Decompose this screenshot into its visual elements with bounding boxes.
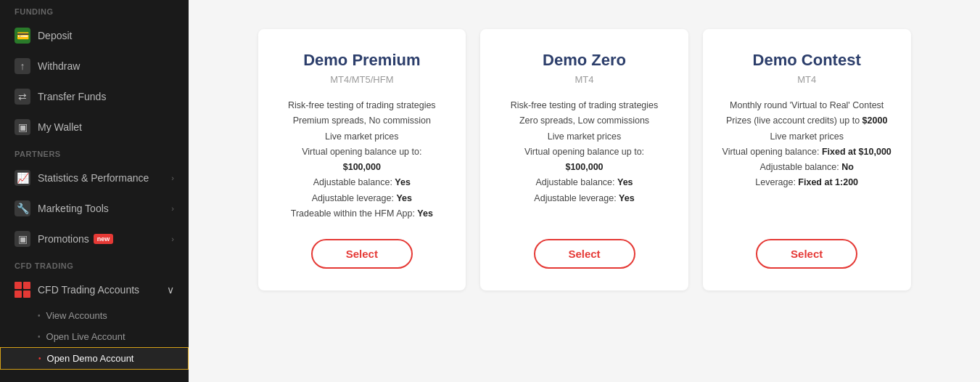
sidebar-item-statistics[interactable]: 📈 Statistics & Performance ›: [0, 163, 189, 193]
transfer-label: Transfer Funds: [38, 91, 106, 102]
sidebar-item-marketing[interactable]: 🔧 Marketing Tools ›: [0, 193, 189, 224]
statistics-icon: 📈: [15, 170, 30, 186]
promotions-badge: new: [94, 234, 114, 244]
marketing-label: Marketing Tools: [38, 203, 109, 214]
statistics-label: Statistics & Performance: [38, 172, 149, 184]
card-features-demo-contest: Monthly round 'Virtual to Real' Contest …: [722, 98, 892, 222]
statistics-chevron: ›: [171, 174, 174, 182]
marketing-chevron: ›: [171, 204, 174, 213]
card-features-demo-premium: Risk-free testing of trading strategies …: [288, 98, 436, 222]
sidebar-item-deposit[interactable]: 💳 Deposit: [0, 20, 189, 51]
promotions-icon: ▣: [15, 231, 30, 247]
open-demo-label: Open Demo Account: [47, 353, 134, 364]
cfd-chevron: ∨: [167, 284, 174, 296]
grid-icon: [15, 282, 30, 298]
card-title-demo-premium: Demo Premium: [303, 51, 420, 70]
card-demo-contest: Demo Contest MT4 Monthly round 'Virtual …: [703, 29, 911, 290]
withdraw-label: Withdraw: [38, 60, 80, 72]
deposit-icon: 💳: [15, 28, 30, 44]
sidebar-item-promotions[interactable]: ▣ Promotions new ›: [0, 224, 189, 254]
sidebar: FUNDING 💳 Deposit ↑ Withdraw ⇄ Transfer …: [0, 0, 189, 382]
promotions-label: Promotions: [38, 233, 89, 245]
open-live-label: Open Live Account: [46, 331, 125, 342]
card-platform-demo-premium: MT4/MT5/HFM: [330, 74, 393, 85]
sidebar-item-transfer[interactable]: ⇄ Transfer Funds: [0, 81, 189, 112]
sidebar-sub-open-live[interactable]: Open Live Account: [0, 326, 189, 347]
funding-label: FUNDING: [0, 0, 189, 20]
wallet-icon: ▣: [15, 119, 30, 135]
card-demo-premium: Demo Premium MT4/MT5/HFM Risk-free testi…: [258, 29, 466, 290]
sidebar-item-wallet[interactable]: ▣ My Wallet: [0, 112, 189, 142]
wallet-label: My Wallet: [38, 121, 82, 133]
main-content: Demo Premium MT4/MT5/HFM Risk-free testi…: [189, 0, 980, 382]
cards-container: Demo Premium MT4/MT5/HFM Risk-free testi…: [258, 29, 911, 290]
withdraw-icon: ↑: [15, 58, 30, 74]
cfd-label: CFD TRADING: [0, 254, 189, 275]
card-platform-demo-zero: MT4: [575, 74, 594, 85]
deposit-label: Deposit: [38, 30, 72, 41]
transfer-icon: ⇄: [15, 89, 30, 105]
partners-label: PARTNERS: [0, 142, 189, 163]
view-accounts-label: View Accounts: [46, 310, 107, 321]
sidebar-item-withdraw[interactable]: ↑ Withdraw: [0, 51, 189, 81]
card-platform-demo-contest: MT4: [797, 74, 816, 85]
cfd-trading-label: CFD Trading Accounts: [38, 284, 139, 296]
card-title-demo-contest: Demo Contest: [753, 51, 861, 70]
sidebar-item-cfd-trading[interactable]: CFD Trading Accounts ∨: [0, 275, 189, 305]
card-demo-zero: Demo Zero MT4 Risk-free testing of tradi…: [480, 29, 688, 290]
promotions-chevron: ›: [171, 235, 174, 243]
sidebar-sub-view-accounts[interactable]: View Accounts: [0, 305, 189, 326]
select-button-demo-contest[interactable]: Select: [756, 239, 857, 269]
sidebar-sub-open-demo[interactable]: Open Demo Account: [0, 347, 189, 370]
select-button-demo-zero[interactable]: Select: [534, 239, 635, 269]
card-features-demo-zero: Risk-free testing of trading strategies …: [511, 98, 659, 222]
select-button-demo-premium[interactable]: Select: [311, 239, 413, 269]
card-title-demo-zero: Demo Zero: [543, 51, 626, 70]
marketing-icon: 🔧: [15, 200, 30, 216]
